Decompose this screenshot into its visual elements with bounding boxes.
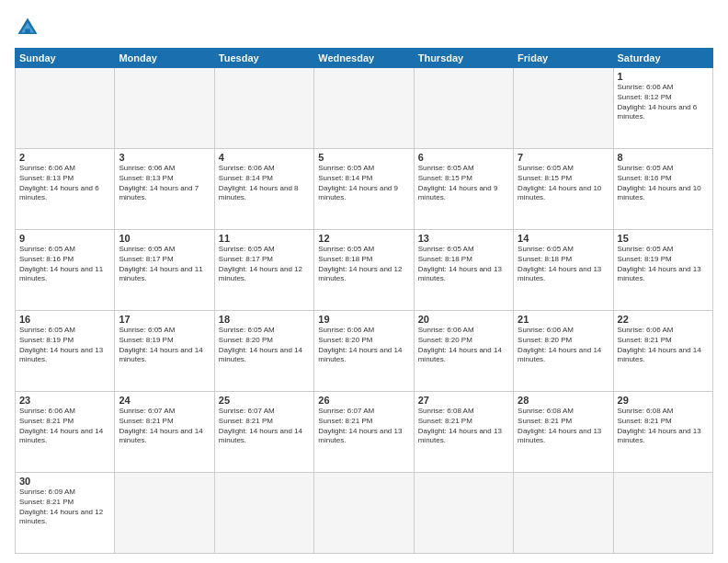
day-number: 20 xyxy=(418,314,509,325)
day-info: Sunrise: 6:05 AMSunset: 8:15 PMDaylight:… xyxy=(418,164,509,203)
week-row-2: 9Sunrise: 6:05 AMSunset: 8:16 PMDaylight… xyxy=(16,230,713,311)
day-cell xyxy=(314,473,414,554)
day-cell: 11Sunrise: 6:05 AMSunset: 8:17 PMDayligh… xyxy=(214,230,313,311)
day-number: 11 xyxy=(219,233,310,244)
day-cell: 9Sunrise: 6:05 AMSunset: 8:16 PMDaylight… xyxy=(16,230,115,311)
day-info: Sunrise: 6:07 AMSunset: 8:21 PMDaylight:… xyxy=(318,407,409,446)
day-info: Sunrise: 6:05 AMSunset: 8:15 PMDaylight:… xyxy=(518,164,609,203)
day-info: Sunrise: 6:05 AMSunset: 8:20 PMDaylight:… xyxy=(219,326,310,365)
day-cell: 10Sunrise: 6:05 AMSunset: 8:17 PMDayligh… xyxy=(115,230,214,311)
day-cell: 21Sunrise: 6:06 AMSunset: 8:20 PMDayligh… xyxy=(514,311,613,392)
day-cell: 14Sunrise: 6:05 AMSunset: 8:18 PMDayligh… xyxy=(514,230,613,311)
weekday-header-saturday: Saturday xyxy=(613,49,712,68)
day-number: 15 xyxy=(618,233,709,244)
day-cell: 26Sunrise: 6:07 AMSunset: 8:21 PMDayligh… xyxy=(314,392,414,473)
day-number: 6 xyxy=(418,152,509,163)
day-info: Sunrise: 6:06 AMSunset: 8:21 PMDaylight:… xyxy=(19,407,110,446)
day-info: Sunrise: 6:05 AMSunset: 8:19 PMDaylight:… xyxy=(119,326,210,365)
day-number: 26 xyxy=(318,395,409,406)
day-number: 13 xyxy=(418,233,509,244)
day-cell: 24Sunrise: 6:07 AMSunset: 8:21 PMDayligh… xyxy=(115,392,214,473)
day-cell xyxy=(214,473,313,554)
day-cell: 29Sunrise: 6:08 AMSunset: 8:21 PMDayligh… xyxy=(613,392,712,473)
weekday-header-sunday: Sunday xyxy=(16,49,115,68)
day-info: Sunrise: 6:05 AMSunset: 8:14 PMDaylight:… xyxy=(318,164,409,203)
day-number: 22 xyxy=(618,314,709,325)
day-cell xyxy=(414,473,513,554)
day-info: Sunrise: 6:06 AMSunset: 8:20 PMDaylight:… xyxy=(418,326,509,365)
day-number: 21 xyxy=(518,314,609,325)
day-cell: 7Sunrise: 6:05 AMSunset: 8:15 PMDaylight… xyxy=(514,149,613,230)
weekday-header-tuesday: Tuesday xyxy=(214,49,313,68)
day-cell: 6Sunrise: 6:05 AMSunset: 8:15 PMDaylight… xyxy=(414,149,513,230)
day-cell: 17Sunrise: 6:05 AMSunset: 8:19 PMDayligh… xyxy=(115,311,214,392)
day-info: Sunrise: 6:08 AMSunset: 8:21 PMDaylight:… xyxy=(618,407,709,446)
day-cell: 1Sunrise: 6:06 AMSunset: 8:12 PMDaylight… xyxy=(613,68,712,149)
day-cell: 5Sunrise: 6:05 AMSunset: 8:14 PMDaylight… xyxy=(314,149,414,230)
day-number: 27 xyxy=(418,395,509,406)
day-number: 14 xyxy=(518,233,609,244)
day-number: 24 xyxy=(119,395,210,406)
calendar-page: SundayMondayTuesdayWednesdayThursdayFrid… xyxy=(0,0,728,563)
day-number: 29 xyxy=(618,395,709,406)
day-number: 8 xyxy=(618,152,709,163)
day-info: Sunrise: 6:07 AMSunset: 8:21 PMDaylight:… xyxy=(219,407,310,446)
day-cell: 27Sunrise: 6:08 AMSunset: 8:21 PMDayligh… xyxy=(414,392,513,473)
day-info: Sunrise: 6:06 AMSunset: 8:12 PMDaylight:… xyxy=(618,83,709,122)
day-cell xyxy=(115,68,214,149)
svg-rect-2 xyxy=(25,29,30,34)
day-number: 17 xyxy=(119,314,210,325)
day-number: 19 xyxy=(318,314,409,325)
day-info: Sunrise: 6:08 AMSunset: 8:21 PMDaylight:… xyxy=(418,407,509,446)
weekday-header-wednesday: Wednesday xyxy=(314,49,414,68)
weekday-header-friday: Friday xyxy=(514,49,613,68)
day-number: 18 xyxy=(219,314,310,325)
weekday-header-thursday: Thursday xyxy=(414,49,513,68)
day-info: Sunrise: 6:09 AMSunset: 8:21 PMDaylight:… xyxy=(19,488,110,527)
day-number: 7 xyxy=(518,152,609,163)
day-info: Sunrise: 6:08 AMSunset: 8:21 PMDaylight:… xyxy=(518,407,609,446)
week-row-0: 1Sunrise: 6:06 AMSunset: 8:12 PMDaylight… xyxy=(16,68,713,149)
week-row-3: 16Sunrise: 6:05 AMSunset: 8:19 PMDayligh… xyxy=(16,311,713,392)
day-info: Sunrise: 6:05 AMSunset: 8:17 PMDaylight:… xyxy=(119,245,210,284)
day-cell: 20Sunrise: 6:06 AMSunset: 8:20 PMDayligh… xyxy=(414,311,513,392)
day-cell: 25Sunrise: 6:07 AMSunset: 8:21 PMDayligh… xyxy=(214,392,313,473)
day-cell: 16Sunrise: 6:05 AMSunset: 8:19 PMDayligh… xyxy=(16,311,115,392)
day-cell: 18Sunrise: 6:05 AMSunset: 8:20 PMDayligh… xyxy=(214,311,313,392)
day-info: Sunrise: 6:06 AMSunset: 8:20 PMDaylight:… xyxy=(318,326,409,365)
day-number: 23 xyxy=(19,395,110,406)
day-cell: 12Sunrise: 6:05 AMSunset: 8:18 PMDayligh… xyxy=(314,230,414,311)
day-number: 25 xyxy=(219,395,310,406)
day-cell xyxy=(613,473,712,554)
day-cell: 23Sunrise: 6:06 AMSunset: 8:21 PMDayligh… xyxy=(16,392,115,473)
day-cell: 15Sunrise: 6:05 AMSunset: 8:19 PMDayligh… xyxy=(613,230,712,311)
day-number: 28 xyxy=(518,395,609,406)
day-cell: 19Sunrise: 6:06 AMSunset: 8:20 PMDayligh… xyxy=(314,311,414,392)
day-number: 2 xyxy=(19,152,110,163)
logo-icon xyxy=(15,15,40,40)
day-cell: 2Sunrise: 6:06 AMSunset: 8:13 PMDaylight… xyxy=(16,149,115,230)
day-cell xyxy=(514,473,613,554)
day-number: 30 xyxy=(19,476,110,487)
day-cell: 22Sunrise: 6:06 AMSunset: 8:21 PMDayligh… xyxy=(613,311,712,392)
day-info: Sunrise: 6:06 AMSunset: 8:13 PMDaylight:… xyxy=(119,164,210,203)
day-number: 12 xyxy=(318,233,409,244)
day-number: 10 xyxy=(119,233,210,244)
day-cell xyxy=(16,68,115,149)
day-number: 1 xyxy=(618,71,709,82)
day-info: Sunrise: 6:05 AMSunset: 8:16 PMDaylight:… xyxy=(618,164,709,203)
day-cell xyxy=(414,68,513,149)
day-cell: 28Sunrise: 6:08 AMSunset: 8:21 PMDayligh… xyxy=(514,392,613,473)
day-cell: 4Sunrise: 6:06 AMSunset: 8:14 PMDaylight… xyxy=(214,149,313,230)
day-cell: 30Sunrise: 6:09 AMSunset: 8:21 PMDayligh… xyxy=(16,473,115,554)
day-cell xyxy=(314,68,414,149)
day-info: Sunrise: 6:06 AMSunset: 8:14 PMDaylight:… xyxy=(219,164,310,203)
weekday-header-monday: Monday xyxy=(115,49,214,68)
day-number: 16 xyxy=(19,314,110,325)
day-info: Sunrise: 6:06 AMSunset: 8:13 PMDaylight:… xyxy=(19,164,110,203)
header xyxy=(15,15,713,40)
day-cell: 3Sunrise: 6:06 AMSunset: 8:13 PMDaylight… xyxy=(115,149,214,230)
day-number: 5 xyxy=(318,152,409,163)
day-info: Sunrise: 6:05 AMSunset: 8:17 PMDaylight:… xyxy=(219,245,310,284)
day-info: Sunrise: 6:05 AMSunset: 8:18 PMDaylight:… xyxy=(318,245,409,284)
